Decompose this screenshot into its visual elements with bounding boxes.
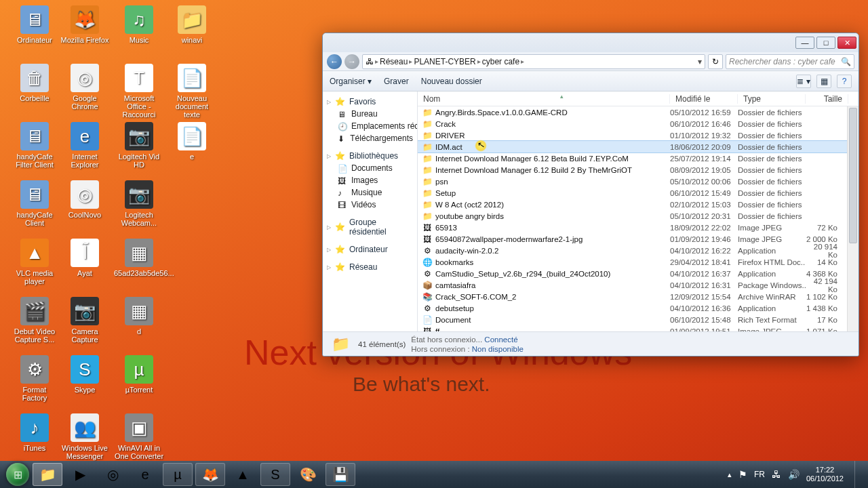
titlebar[interactable]: — □ ✕ [323, 33, 859, 52]
taskbar-pin-utorrent[interactable]: µ [163, 463, 193, 486]
file-row[interactable]: 🌐bookmarks29/04/2012 18:41Firefox HTML D… [418, 256, 859, 268]
clock[interactable]: 17:22 06/10/2012 [806, 466, 844, 483]
scrollbar[interactable] [847, 106, 859, 331]
desktop-icon[interactable]: ▲VLC media player [9, 239, 60, 285]
file-pane[interactable]: Nom Modifié le Type Taille 📁Angry.Birds.… [418, 92, 859, 331]
nav-group-head[interactable]: ⭐Bibliothèques [323, 150, 417, 162]
column-headers[interactable]: Nom Modifié le Type Taille [418, 92, 859, 106]
view-button[interactable]: ≣ ▾ [796, 75, 811, 88]
scrollbar-thumb[interactable] [849, 108, 857, 243]
desktop-icon[interactable]: ♫Music [114, 5, 164, 44]
file-row[interactable]: 🖼ff01/09/2012 19:51Image JPEG1 071 Ko [418, 325, 859, 331]
desktop-icon[interactable]: 👥Windows Live Messenger [60, 413, 110, 460]
refresh-button[interactable]: ↻ [708, 54, 723, 69]
desktop-icon[interactable]: 📷Logitech Webcam... [114, 180, 164, 227]
file-row[interactable]: ⚙debutsetup04/10/2012 16:36Application1 … [418, 302, 859, 314]
desktop-icon[interactable]: SSkype [60, 355, 110, 394]
file-row[interactable]: 📁Angry.Birds.Space.v1.0.0.GAME-CRD05/10/… [418, 106, 859, 118]
back-button[interactable]: ← [327, 54, 342, 69]
nav-item[interactable]: 🖥Bureau [323, 108, 417, 120]
file-row[interactable]: ⚙CamStudio_Setup_v2.6b_r294_(build_24Oct… [418, 268, 859, 279]
desktop-icon[interactable]: 🎬Debut Video Capture S... [9, 297, 60, 344]
desktop-icon[interactable]: 📄e [167, 122, 217, 161]
taskbar-pin-ie[interactable]: e [130, 463, 160, 486]
nav-item[interactable]: 📄Documents [323, 162, 417, 174]
taskbar-pin-save[interactable]: 💾 [326, 463, 355, 486]
desktop-icon[interactable]: TMicrosoft Office - Raccourci [114, 64, 164, 119]
crumb[interactable]: PLANET-CYBER [414, 57, 475, 66]
breadcrumb[interactable]: 🖧 ▸ Réseau ▸ PLANET-CYBER ▸ cyber cafe ▸… [362, 54, 705, 69]
file-row[interactable]: ⚙audacity-win-2.0.204/10/2012 16:22Appli… [418, 245, 859, 256]
col-size[interactable]: Taille [806, 94, 848, 104]
desktop-icon[interactable]: 🖥handyCafe Client [9, 180, 60, 227]
desktop-icon[interactable]: 📷Logitech Vid HD [114, 122, 164, 169]
forward-button[interactable]: → [344, 54, 359, 69]
burn-button[interactable]: Graver [384, 77, 409, 86]
dropdown-icon[interactable]: ▾ [698, 57, 702, 66]
desktop-icon[interactable]: ⚙Format Factory [9, 355, 60, 402]
show-desktop-button[interactable] [854, 461, 861, 488]
nav-item[interactable]: 🕘Emplacements récents [323, 120, 417, 132]
col-modified[interactable]: Modifié le [670, 94, 738, 104]
new-folder-button[interactable]: Nouveau dossier [421, 77, 482, 86]
crumb[interactable]: cyber cafe [482, 57, 519, 66]
file-row[interactable]: 📁DRIVER01/10/2012 19:32Dossier de fichie… [418, 129, 859, 141]
language-indicator[interactable]: FR [754, 470, 765, 479]
search-input[interactable]: Rechercher dans : cyber cafe 🔍 [726, 54, 854, 69]
desktop-icon[interactable]: ◎CoolNovo [60, 180, 110, 219]
taskbar-pin-firefox[interactable]: 🦊 [195, 463, 225, 486]
desktop-icon[interactable]: 🖥handyCafe Filter Client [9, 122, 60, 169]
file-row[interactable]: 🖼6591318/09/2012 22:02Image JPEG72 Ko [418, 222, 859, 233]
taskbar-pin-explorer[interactable]: 📁 [33, 463, 62, 486]
system-tray[interactable]: ▴ ⚑ FR 🖧 🔊 17:22 06/10/2012 [728, 461, 864, 488]
file-row[interactable]: 📁IDM.act18/06/2012 20:09Dossier de fichi… [418, 141, 859, 152]
file-list[interactable]: 📁Angry.Birds.Space.v1.0.0.GAME-CRD05/10/… [418, 106, 859, 331]
taskbar-pin-skype[interactable]: S [260, 463, 290, 486]
nav-group-head[interactable]: ⭐Favoris [323, 96, 417, 108]
desktop-icon[interactable]: µµTorrent [114, 355, 164, 394]
nav-item[interactable]: 🎞Vidéos [323, 199, 417, 211]
preview-pane-button[interactable]: ▦ [816, 75, 831, 88]
network-icon[interactable]: 🖧 [772, 469, 781, 480]
start-button[interactable] [4, 461, 31, 488]
file-row[interactable]: 📄Document06/10/2012 15:48Rich Text Forma… [418, 314, 859, 325]
desktop-icon[interactable]: 🗑Corbeille [9, 64, 60, 102]
col-type[interactable]: Type [738, 94, 806, 104]
taskbar-pin-wmp[interactable]: ▶ [65, 463, 95, 486]
file-row[interactable]: 📁youtube angry birds05/10/2012 20:31Doss… [418, 210, 859, 222]
desktop-icon[interactable]: ▣WinAVI All in One Converter [114, 413, 164, 460]
nav-group-head[interactable]: ⭐Réseau [323, 261, 417, 273]
nav-item[interactable]: ⬇Téléchargements [323, 132, 417, 144]
tray-up-icon[interactable]: ▴ [728, 470, 732, 479]
file-row[interactable]: 📁Setup06/10/2012 15:49Dossier de fichier… [418, 187, 859, 199]
minimize-button[interactable]: — [795, 37, 814, 49]
desktop-icon[interactable]: ▦65ad23ab5de56... [114, 239, 164, 277]
crumb[interactable]: Réseau [380, 57, 408, 66]
file-row[interactable]: 🖼65940872wallpaper-modernwarfare2-1-jpg0… [418, 233, 859, 245]
file-row[interactable]: 📦camtasiafra04/10/2012 16:31Package Wind… [418, 279, 859, 291]
file-row[interactable]: 📁Crack06/10/2012 16:46Dossier de fichier… [418, 118, 859, 129]
file-row[interactable]: 📚Crack_SOFT-6.COM_212/09/2012 15:54Archi… [418, 291, 859, 302]
desktop-icon[interactable]: 🖥Ordinateur [9, 5, 60, 44]
taskbar-pin-vlc[interactable]: ▲ [228, 463, 258, 486]
action-center-icon[interactable]: ⚑ [738, 469, 747, 480]
nav-pane[interactable]: ⭐Favoris🖥Bureau🕘Emplacements récents⬇Tél… [323, 92, 418, 331]
taskbar-pin-chrome[interactable]: ◎ [98, 463, 127, 486]
taskbar[interactable]: 📁▶◎eµ🦊▲S🎨💾 ▴ ⚑ FR 🖧 🔊 17:22 06/10/2012 [0, 461, 868, 488]
desktop-icon[interactable]: ▦d [114, 297, 164, 336]
file-row[interactable]: 📁Internet Download Manager 6.12 Beta Bui… [418, 152, 859, 164]
desktop-icon[interactable]: آAyat [60, 239, 110, 277]
desktop-icon[interactable]: eInternet Explorer [60, 122, 110, 169]
nav-item[interactable]: ♪Musique [323, 186, 417, 199]
desktop-icon[interactable]: 📷Camera Capture [60, 297, 110, 344]
maximize-button[interactable]: □ [816, 37, 835, 49]
file-row[interactable]: 📁psn05/10/2012 00:06Dossier de fichiers [418, 176, 859, 187]
nav-group-head[interactable]: ⭐Groupe résidentiel [323, 216, 417, 238]
taskbar-pin-paint[interactable]: 🎨 [293, 463, 323, 486]
file-row[interactable]: 📁Internet Download Manager 6.12 Build 2 … [418, 164, 859, 176]
explorer-window[interactable]: — □ ✕ ← → 🖧 ▸ Réseau ▸ PLANET-CYBER ▸ cy… [322, 33, 859, 357]
desktop-icon[interactable]: 📁winavi [167, 5, 217, 44]
file-row[interactable]: 📁W 8 Act (oct2 2012)02/10/2012 15:03Doss… [418, 199, 859, 210]
nav-group-head[interactable]: ⭐Ordinateur [323, 243, 417, 256]
nav-item[interactable]: 🖼Images [323, 174, 417, 186]
